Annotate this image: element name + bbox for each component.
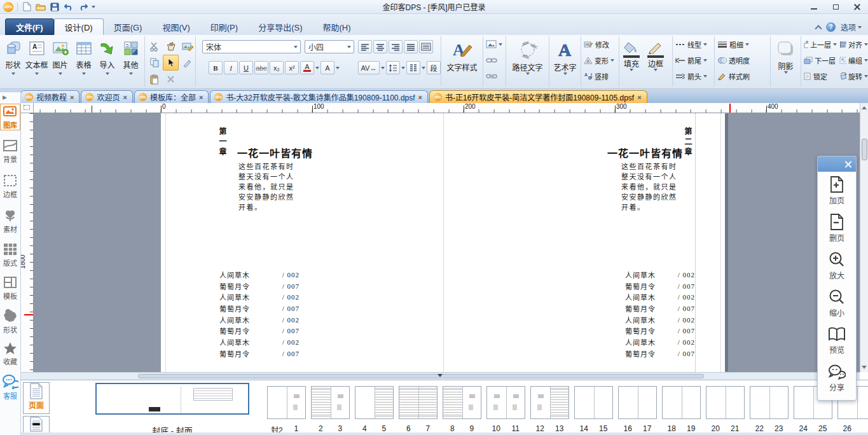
columns-button[interactable] xyxy=(406,61,420,74)
insert-image-button[interactable]: 图片 xyxy=(48,36,72,86)
thumbnail-pair[interactable]: 1213 xyxy=(530,386,569,419)
horizontal-scrollbar[interactable] xyxy=(21,372,860,380)
preview-button[interactable]: 预览 xyxy=(818,322,856,359)
arrow-tail-button[interactable]: 箭尾 xyxy=(673,52,714,68)
chapter-label-right[interactable]: 第二章 xyxy=(682,127,693,158)
doc-tab-book-16-active[interactable]: DPS 书-正16开软皮平装-简洁文学著作封面190809-1105.dpsf× xyxy=(429,90,647,103)
align-center-button[interactable] xyxy=(373,40,387,53)
thumbnail-cover-spread[interactable]: 封底 - 封面 xyxy=(95,383,249,415)
cover-thumbnail-image[interactable] xyxy=(95,383,249,415)
paragraph-left[interactable]: 这些百花茶有时 整天没有一个人 来看他，就只是 安安静静的欣然 开着。 xyxy=(238,162,300,212)
vertical-scrollbar[interactable] xyxy=(860,103,868,372)
sidebar-item-frame[interactable]: 边框 xyxy=(0,174,20,199)
menu-tab-help[interactable]: 帮助(H) xyxy=(312,18,361,35)
close-tab-icon[interactable]: × xyxy=(199,93,203,101)
import-button[interactable]: 导入 xyxy=(95,36,119,86)
font-family-select[interactable]: 宋体 xyxy=(202,40,301,53)
select-cursor-button[interactable] xyxy=(163,55,179,71)
sidebar-item-support[interactable]: 客服 xyxy=(0,374,20,401)
toc-left[interactable]: 人间草木/ 002 葡萄月令/ 007 人间草木/ 002 葡萄月令/ 007 … xyxy=(219,269,300,359)
fill-button[interactable]: 填充 xyxy=(619,36,644,71)
help-icon[interactable]: ? xyxy=(826,22,836,32)
sidebar-item-material[interactable]: 素材 xyxy=(0,209,20,234)
group-objects-button[interactable]: 编组 xyxy=(837,52,868,68)
align-objects-button[interactable]: 对齐 xyxy=(837,36,868,52)
thumbnail-pair[interactable]: 23 xyxy=(311,386,350,419)
add-page-button[interactable]: 加页 xyxy=(818,172,856,209)
align-distribute-button[interactable] xyxy=(419,40,433,53)
transform-text-button[interactable]: A 变形 xyxy=(581,52,619,68)
doc-tab-book-32[interactable]: DPS 书-大32开软皮平装-散文集诗集作品集190809-1100.dpsf× xyxy=(210,90,428,103)
send-backward-button[interactable]: 下一层 xyxy=(801,52,837,68)
lock-button[interactable]: 锁定 xyxy=(801,68,837,84)
menu-tab-page[interactable]: 页面(G) xyxy=(104,18,153,35)
menu-tab-print[interactable]: 印刷(P) xyxy=(200,18,248,35)
align-right-button[interactable] xyxy=(389,40,403,53)
pan-hand-icon[interactable] xyxy=(163,38,179,54)
scroll-up-icon[interactable] xyxy=(862,106,867,109)
rotate-objects-button[interactable]: 旋转 xyxy=(837,68,868,84)
cut-icon[interactable] xyxy=(146,38,162,54)
subscript-button[interactable]: x₂ xyxy=(270,61,284,74)
doc-tab-template-library[interactable]: DPS 模板库：全部× xyxy=(134,90,209,103)
options-button[interactable]: 选项 xyxy=(841,22,862,32)
paste-icon[interactable] xyxy=(146,71,162,87)
unlink-button[interactable] xyxy=(483,68,506,84)
toc-right[interactable]: 人间草木/ 002 葡萄月令/ 007 人间草木/ 002 葡萄月令/ 007 … xyxy=(625,269,695,359)
vertical-scroll-thumb[interactable] xyxy=(862,139,867,160)
path-text-button[interactable]: abcabcabc 路径文字 xyxy=(506,36,549,86)
page-title-right[interactable]: 一花一叶皆有情 xyxy=(607,145,679,160)
sidebar-item-template[interactable]: 模板 xyxy=(0,275,20,301)
collapse-ribbon-icon[interactable] xyxy=(815,25,822,32)
sidebar-item-favorites[interactable]: 收藏 xyxy=(0,341,20,366)
insert-textbox-button[interactable]: A 文本框 xyxy=(25,36,48,86)
align-left-button[interactable] xyxy=(358,40,372,53)
close-panel-icon[interactable] xyxy=(844,161,851,168)
insert-other-button[interactable]: 5 其他 xyxy=(119,36,142,86)
thumbnail-pair[interactable]: 封21 xyxy=(267,386,306,419)
close-tab-icon[interactable]: × xyxy=(123,93,127,101)
thumbnail-pair[interactable]: 89 xyxy=(443,386,481,419)
transparency-button[interactable]: 透明度 xyxy=(715,52,770,68)
panel-header[interactable] xyxy=(818,156,856,172)
thumbnail-pair[interactable]: 2223 xyxy=(750,386,789,419)
close-tab-icon[interactable]: × xyxy=(70,93,74,101)
char-spacing-button[interactable]: AV↔ xyxy=(358,61,380,74)
thumbnail-pair[interactable]: 1011 xyxy=(486,386,525,419)
share-button[interactable]: 分享 xyxy=(818,359,856,397)
modify-text-button[interactable]: ABC 修改 xyxy=(581,36,619,52)
pages-tab[interactable]: 页面 xyxy=(23,382,50,414)
zoom-out-button[interactable]: 缩小 xyxy=(818,284,856,322)
insert-shape-button[interactable]: 形状 xyxy=(1,36,25,86)
font-size-select[interactable]: 小四 xyxy=(305,40,354,53)
font-color-button[interactable]: A xyxy=(300,61,314,74)
delete-icon[interactable] xyxy=(163,71,179,87)
copy-icon[interactable] xyxy=(146,55,162,71)
menu-tab-design[interactable]: 设计(D) xyxy=(54,18,104,35)
thumbnail-pair[interactable]: 67 xyxy=(399,386,437,419)
thumbnail-pair[interactable]: 1617 xyxy=(618,386,657,419)
zoom-in-button[interactable]: 放大 xyxy=(818,247,856,284)
thumbnail-pair[interactable]: 1415 xyxy=(574,386,613,419)
bold-button[interactable]: B xyxy=(209,61,223,74)
node-edit-icon[interactable] xyxy=(179,55,195,71)
paragraph-right[interactable]: 这些百花茶有时 整天没有一个人 来看他，就只是 安安静静的欣然 开着。 xyxy=(621,162,682,212)
sidebar-item-background[interactable]: 背景 xyxy=(0,139,20,164)
page-title-left[interactable]: 一花一叶皆有情 xyxy=(237,145,313,160)
vertical-text-button[interactable]: AB 竖排 xyxy=(581,68,619,84)
horizontal-scroll-thumb[interactable] xyxy=(138,374,704,378)
align-justify-button[interactable] xyxy=(404,40,418,53)
insert-table-button[interactable]: 表格 xyxy=(72,36,95,86)
thumbnail-pair[interactable]: 2021 xyxy=(706,386,745,419)
line-spacing-button[interactable] xyxy=(386,61,400,74)
bring-forward-button[interactable]: 上一层 xyxy=(801,36,837,52)
style-brush-button[interactable]: 样式刷 xyxy=(715,68,770,84)
sidebar-item-layout[interactable]: 版式 xyxy=(0,242,20,268)
link-button[interactable] xyxy=(483,52,506,68)
doc-tab-welcome[interactable]: DPS 欢迎页× xyxy=(81,90,132,103)
border-button[interactable]: 边框 xyxy=(644,36,668,71)
strikethrough-button[interactable]: abc xyxy=(254,61,268,74)
sidebar-expand-icon[interactable]: ▶ xyxy=(3,94,7,100)
thumbnail-pair[interactable]: 1819 xyxy=(662,386,701,419)
shadow-button[interactable]: 阴影 xyxy=(771,36,801,86)
